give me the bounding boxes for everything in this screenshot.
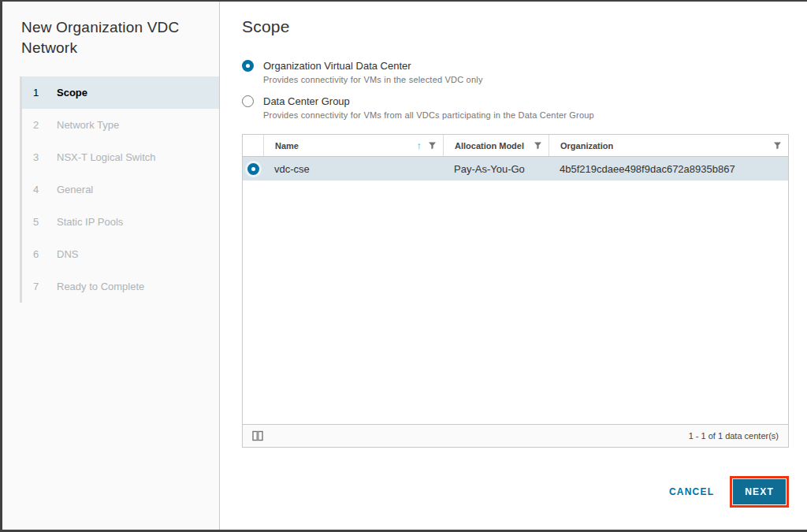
column-label: Allocation Model bbox=[455, 141, 524, 151]
step-scope[interactable]: 1 Scope bbox=[22, 76, 219, 109]
step-number: 6 bbox=[33, 248, 44, 260]
option-dc-group: Data Center Group Provides connectivity … bbox=[242, 95, 807, 120]
step-dns[interactable]: 6 DNS bbox=[22, 238, 219, 270]
step-static-ip-pools[interactable]: 5 Static IP Pools bbox=[22, 206, 219, 238]
dc-group-radio-row[interactable]: Data Center Group bbox=[242, 95, 807, 107]
select-column-header bbox=[243, 135, 263, 156]
step-nsx-t-logical-switch[interactable]: 3 NSX-T Logical Switch bbox=[22, 141, 219, 173]
step-label: Ready to Complete bbox=[57, 281, 144, 292]
step-label: DNS bbox=[57, 248, 78, 260]
step-label: Scope bbox=[57, 87, 87, 99]
next-button[interactable]: NEXT bbox=[733, 479, 786, 504]
step-number: 3 bbox=[33, 151, 44, 163]
sort-ascending-icon[interactable]: ↑ bbox=[417, 140, 422, 151]
step-general[interactable]: 4 General bbox=[22, 173, 219, 206]
radio-selected-icon[interactable] bbox=[242, 60, 254, 72]
pagination-text: 1 - 1 of 1 data center(s) bbox=[689, 431, 779, 441]
step-label: Static IP Pools bbox=[57, 216, 123, 228]
cancel-button[interactable]: CANCEL bbox=[661, 480, 722, 504]
filter-icon[interactable] bbox=[428, 141, 437, 150]
column-header-name[interactable]: Name ↑ bbox=[263, 135, 443, 156]
option-org-vdc: Organization Virtual Data Center Provide… bbox=[242, 60, 807, 84]
table-row-vdc-cse[interactable]: vdc-cse Pay-As-You-Go 4b5f219cdaee498f9d… bbox=[243, 157, 788, 180]
row-select-cell[interactable] bbox=[243, 163, 263, 175]
step-label: General bbox=[57, 184, 93, 195]
row-radio-selected-icon[interactable] bbox=[247, 163, 259, 175]
datagrid-footer: 1 - 1 of 1 data center(s) bbox=[243, 424, 788, 447]
next-button-annotation-box: NEXT bbox=[730, 476, 789, 508]
step-number: 2 bbox=[33, 119, 44, 131]
datagrid-empty-area bbox=[243, 180, 788, 424]
radio-label: Data Center Group bbox=[263, 95, 350, 107]
column-label: Organization bbox=[560, 141, 613, 151]
step-label: NSX-T Logical Switch bbox=[57, 151, 155, 163]
filter-icon[interactable] bbox=[773, 141, 782, 150]
cell-name: vdc-cse bbox=[263, 163, 443, 175]
radio-label: Organization Virtual Data Center bbox=[263, 60, 411, 72]
column-header-organization[interactable]: Organization bbox=[549, 135, 788, 156]
radio-description: Provides connectivity for VMs in the sel… bbox=[263, 75, 807, 84]
org-vdc-radio-row[interactable]: Organization Virtual Data Center bbox=[242, 60, 807, 72]
cell-allocation-model: Pay-As-You-Go bbox=[443, 163, 549, 175]
wizard-actions: CANCEL NEXT bbox=[242, 476, 789, 508]
wizard-content: Scope Organization Virtual Data Center P… bbox=[220, 2, 807, 530]
radio-unselected-icon[interactable] bbox=[242, 95, 254, 107]
step-number: 1 bbox=[33, 87, 44, 99]
column-label: Name bbox=[275, 141, 299, 151]
step-ready-to-complete[interactable]: 7 Ready to Complete bbox=[22, 270, 219, 303]
radio-description: Provides connectivity for VMs from all V… bbox=[263, 110, 807, 120]
step-number: 7 bbox=[33, 281, 44, 292]
wizard-steps: 1 Scope 2 Network Type 3 NSX-T Logical S… bbox=[2, 76, 219, 303]
wizard-title: New Organization VDC Network bbox=[2, 17, 219, 58]
wizard-sidebar: New Organization VDC Network 1 Scope 2 N… bbox=[2, 2, 220, 530]
wizard-dialog: New Organization VDC Network 1 Scope 2 N… bbox=[0, 0, 807, 532]
filter-icon[interactable] bbox=[534, 141, 542, 150]
page-title: Scope bbox=[242, 17, 807, 36]
vdc-datagrid: Name ↑ Allocation Model Organization bbox=[242, 134, 789, 448]
step-number: 5 bbox=[33, 216, 44, 228]
step-label: Network Type bbox=[57, 119, 119, 131]
cell-organization: 4b5f219cdaee498f9dac672a8935b867 bbox=[549, 163, 788, 175]
step-number: 4 bbox=[33, 184, 44, 195]
column-picker-icon[interactable] bbox=[252, 430, 263, 441]
column-header-allocation-model[interactable]: Allocation Model bbox=[443, 135, 549, 156]
scope-radio-group: Organization Virtual Data Center Provide… bbox=[242, 60, 807, 120]
step-network-type[interactable]: 2 Network Type bbox=[22, 109, 219, 141]
datagrid-header: Name ↑ Allocation Model Organization bbox=[243, 135, 788, 157]
